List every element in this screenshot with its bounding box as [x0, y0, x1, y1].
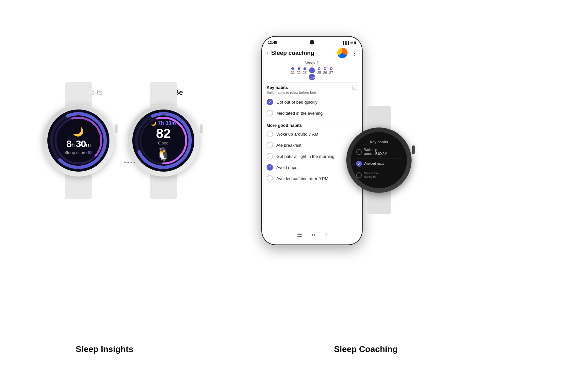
back-button[interactable]: ‹: [267, 50, 269, 57]
watch-face: 12 🌙 8h 30m Sleep score 82: [47, 109, 109, 172]
day-num: 21: [291, 71, 295, 75]
sleep-insights-label: Sleep Insights: [26, 344, 183, 354]
watch-habit-text-1: Woke uparound 5:00 AM: [364, 148, 387, 156]
day-23[interactable]: 23: [303, 67, 307, 80]
status-icons: ▐▐▐ ≋ ▮: [342, 41, 356, 44]
habit-check-m3[interactable]: [267, 153, 273, 160]
habit-text-1: Got out of bed quickly: [276, 100, 318, 105]
watch2-score: 82: [151, 127, 176, 140]
day-dot-empty: [324, 67, 326, 70]
penguin-icon: 🐧: [151, 147, 176, 161]
day-dot-selected: [309, 67, 315, 73]
habit-text-m2: Ate breakfast: [276, 143, 302, 148]
watch-habits-title: Key habits: [356, 140, 402, 144]
watch-dark-face: Key habits Woke uparound 5:00 AM ✓ Avoid…: [351, 132, 407, 188]
nav-bar: ☰ ○ ‹: [262, 229, 362, 241]
signal-icon: ▐▐▐: [342, 41, 349, 44]
day-num: 25: [317, 71, 321, 75]
watch-check-1: [356, 149, 362, 155]
habit-check-m2[interactable]: [267, 142, 273, 148]
watch-habit-2: ✓ Avoided naps: [356, 159, 402, 168]
strap-top: [65, 82, 92, 108]
habit-row: ✓ Got out of bed quickly: [262, 96, 362, 108]
day-num-selected: 10/24: [309, 74, 315, 80]
day-dot: [291, 67, 294, 70]
day-dot-empty: [318, 67, 320, 70]
battery-icon: ▮: [354, 41, 356, 44]
day-dot: [303, 67, 306, 70]
info-icon[interactable]: i: [352, 85, 357, 90]
watch2-good: Good: [151, 141, 176, 145]
key-habits-sub: Build habits to relax before bed: [262, 91, 362, 96]
watch-tobe: 12 🌙 7h 30m 82 Good 🐧: [127, 105, 199, 177]
habit-row: Meditated in the evening: [262, 108, 362, 119]
week-dots: 21 22 23 10/24 25: [262, 67, 362, 80]
arrow-dot: [124, 162, 126, 163]
day-num: 26: [323, 71, 327, 75]
wifi-icon: ≋: [350, 41, 353, 44]
habit-check-m4[interactable]: ✓: [267, 164, 273, 171]
nav-back-icon[interactable]: ‹: [325, 231, 327, 239]
habit-text-2: Meditated in the evening: [276, 111, 323, 116]
dark-strap-top: [367, 106, 391, 130]
habit-check-2[interactable]: [267, 110, 273, 116]
day-num: 27: [329, 71, 333, 75]
day-num: 22: [297, 71, 301, 75]
habit-check-m5[interactable]: [267, 175, 273, 182]
watch-dark-case: Key habits Woke uparound 5:00 AM ✓ Avoid…: [346, 127, 412, 193]
key-habits-title: Key habits: [267, 85, 288, 90]
nav-menu-icon[interactable]: ☰: [297, 231, 302, 239]
moon-icon-2: 🌙: [151, 121, 156, 126]
strap-bottom-2: [150, 173, 177, 199]
habit-text-m1: Woke up around 7 AM: [276, 132, 318, 137]
sleep-time: 8h 30m: [64, 138, 93, 149]
day-27[interactable]: 27: [329, 67, 333, 80]
watch-habit-text-3: Was activeduring th...: [364, 172, 379, 179]
twelve-mark-2: 12: [162, 112, 165, 115]
phone-header: ‹ Sleep coaching ⋮: [262, 46, 362, 61]
bottom-dot-2: [163, 168, 164, 169]
strap-top-2: [150, 82, 177, 108]
watch-habit-1: Woke uparound 5:00 AM: [356, 146, 402, 158]
habit-text-m4: Avoid naps: [276, 165, 297, 170]
moon-icon: 🌙: [64, 126, 93, 137]
bottom-dot: [78, 168, 79, 169]
watch-case: 12 🌙 8h 30m Sleep score 82: [42, 105, 114, 177]
sleep-coaching-label: Sleep Coaching: [255, 344, 477, 354]
phone-title: Sleep coaching: [271, 50, 335, 57]
watch-crown: [115, 124, 118, 133]
watch-face-2: 12 🌙 7h 30m 82 Good 🐧: [132, 109, 194, 172]
more-button[interactable]: ⋮: [351, 49, 357, 57]
watch-divider: [356, 158, 402, 159]
watch-dark-crown: [412, 145, 415, 154]
watch-asis: 12 🌙 8h 30m Sleep score 82: [42, 105, 114, 177]
day-22[interactable]: 22: [297, 67, 301, 80]
status-time: 12:45: [268, 41, 277, 44]
habit-text-m3: Got natural light in the morning: [276, 154, 335, 159]
key-habits-header: Key habits i: [262, 85, 362, 91]
habit-check-m1[interactable]: [267, 131, 273, 137]
watch-habit-text-2: Avoided naps: [364, 162, 384, 166]
day-num: 23: [303, 71, 307, 75]
watch-crown-2: [200, 124, 203, 133]
score-value: 82: [88, 150, 92, 155]
day-26[interactable]: 26: [323, 67, 327, 80]
divider-2: [267, 121, 357, 121]
phone-notch: [310, 40, 314, 44]
watch-check-3: [356, 172, 362, 178]
watch2-duration: 7h 30m: [158, 120, 176, 126]
watch-habit-3: Was activeduring th...: [356, 170, 402, 180]
day-25[interactable]: 25: [317, 67, 321, 80]
watch-check-2: ✓: [356, 161, 362, 167]
day-21[interactable]: 21: [291, 67, 295, 80]
day-dot-empty: [330, 67, 333, 70]
day-24[interactable]: 10/24: [309, 67, 315, 80]
watch-dark: Key habits Woke uparound 5:00 AM ✓ Avoid…: [346, 127, 412, 193]
duration-row: 🌙 7h 30m: [151, 120, 176, 126]
habit-check-1[interactable]: ✓: [267, 99, 273, 105]
day-dot: [298, 67, 300, 70]
twelve-mark: 12: [77, 112, 80, 115]
sleep-score: Sleep score 82: [64, 150, 93, 155]
nav-home-icon[interactable]: ○: [312, 231, 316, 239]
strap-bottom: [65, 173, 92, 199]
